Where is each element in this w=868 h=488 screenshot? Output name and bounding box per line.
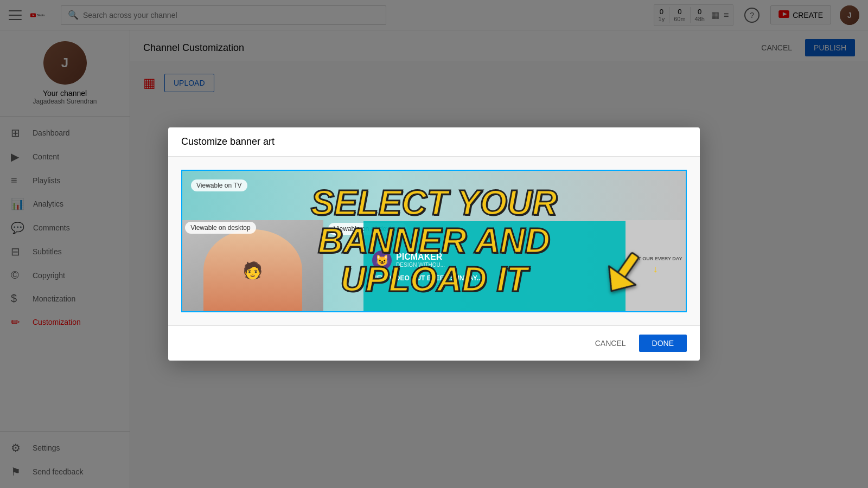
dialog-body: Viewable on TV 🧑 Viewable on desktop: [168, 157, 700, 325]
picmaker-title: PICMAKER: [396, 252, 445, 262]
viewable-desktop-badge: Viewable on desktop: [185, 222, 256, 234]
banner-left-image: 🧑 Viewable on desktop: [182, 220, 323, 311]
visit-arrow-icon: ↓: [653, 264, 658, 275]
picmaker-icon: 😺: [372, 251, 392, 270]
banner-right-region: VISIT OUR EVERY DAY ↓: [626, 220, 686, 311]
dialog-footer: CANCEL DONE: [168, 325, 700, 361]
modal-overlay[interactable]: Customize banner art Viewable on TV: [0, 0, 868, 488]
picmaker-subtitle: DESIGN WITHOU...: [396, 262, 445, 268]
dialog-header: Customize banner art: [168, 127, 700, 157]
customize-banner-dialog: Customize banner art Viewable on TV: [168, 127, 700, 360]
picmaker-logo-area: 😺 PICMAKER DESIGN WITHOU...: [372, 251, 627, 270]
dialog-title: Customize banner art: [181, 136, 275, 147]
visit-text: VISIT OUR EVERY DAY: [629, 256, 682, 261]
viewable-tv-badge: Viewable on TV: [191, 179, 247, 191]
banner-desktop-region: 😺 PICMAKER DESIGN WITHOU... NEW VIDEO OU…: [363, 221, 635, 311]
video-sunday-text: NEW VIDEO OUT EVERY SUNDAY...: [372, 274, 627, 282]
dialog-cancel-button[interactable]: CANCEL: [586, 335, 635, 352]
dialog-done-button[interactable]: DONE: [639, 335, 687, 352]
banner-preview: Viewable on TV 🧑 Viewable on desktop: [181, 170, 687, 312]
